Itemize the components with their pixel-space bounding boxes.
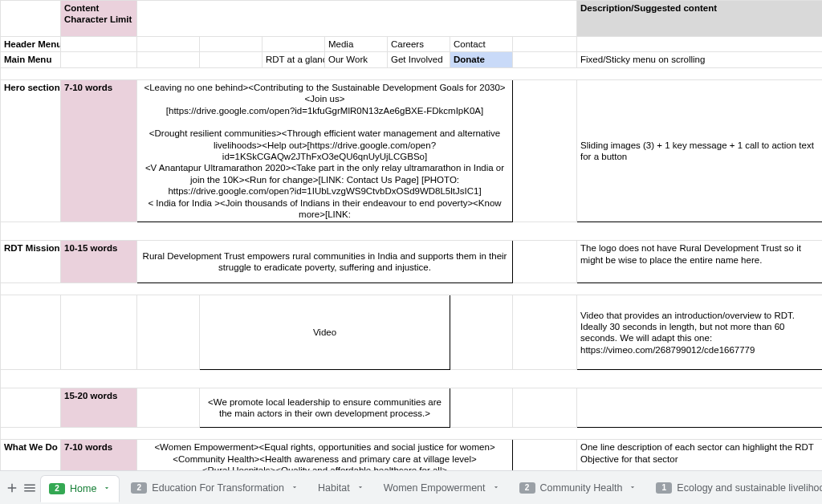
- leadership-limit[interactable]: 15-20 words: [61, 388, 137, 428]
- row-mission-label[interactable]: RDT Mission: [1, 241, 61, 283]
- chevron-down-icon: [629, 482, 637, 494]
- tab-badge: 2: [519, 482, 535, 494]
- main-menu-desc[interactable]: Fixed/Sticky menu on scrolling: [577, 52, 822, 67]
- tab-label: Habitat: [318, 482, 350, 494]
- video-cell[interactable]: Video: [200, 295, 450, 370]
- sheet-grid[interactable]: Content Character Limit Description/Sugg…: [0, 0, 822, 470]
- sheet-tab-women-empowerment[interactable]: Women Empowerment: [376, 475, 508, 501]
- chevron-down-icon: [356, 482, 364, 494]
- tab-badge: 2: [49, 483, 65, 494]
- sheet-tab-habitat[interactable]: Habitat: [310, 475, 372, 501]
- tab-badge: 2: [131, 482, 147, 494]
- header-menu-contact[interactable]: Contact: [450, 37, 513, 52]
- tab-label: Women Empowerment: [384, 482, 486, 494]
- all-sheets-button[interactable]: [22, 477, 37, 499]
- sheet-tab-education[interactable]: 2 Education For Transformation: [123, 475, 307, 501]
- leadership-content[interactable]: <We promote local leadership to ensure c…: [200, 388, 450, 428]
- hero-limit[interactable]: 7-10 words: [61, 79, 137, 222]
- whatwedo-limit[interactable]: 7-10 words: [61, 440, 137, 470]
- whatwedo-content[interactable]: <Women Empowerment><Equal rights, opport…: [137, 440, 513, 470]
- mission-limit[interactable]: 10-15 words: [61, 241, 137, 283]
- mission-content[interactable]: Rural Development Trust empowers rural c…: [137, 241, 513, 283]
- chevron-down-icon: [103, 483, 111, 494]
- tab-badge: 1: [656, 482, 672, 494]
- sheet-tab-home[interactable]: 2 Home: [40, 475, 120, 502]
- header-menu-careers[interactable]: Careers: [388, 37, 450, 52]
- video-desc[interactable]: Video that provides an introduction/over…: [577, 295, 822, 370]
- spreadsheet-window: Content Character Limit Description/Sugg…: [0, 0, 822, 504]
- sheet-tab-bar: 2 Home 2 Education For Transformation Ha…: [0, 470, 822, 504]
- tab-label: Home: [70, 483, 96, 494]
- grid-area[interactable]: Content Character Limit Description/Sugg…: [0, 0, 822, 470]
- tab-label: Education For Transformation: [152, 482, 284, 494]
- plus-icon: [5, 481, 19, 495]
- row-hero-label[interactable]: Hero section: [1, 79, 61, 222]
- chevron-down-icon: [291, 482, 299, 494]
- row-main-menu-label[interactable]: Main Menu: [1, 52, 61, 67]
- mission-desc[interactable]: The logo does not have Rural Development…: [577, 241, 822, 283]
- tab-label: Ecology and sustainable livelihoods: [677, 482, 822, 494]
- sheet-tab-ecology[interactable]: 1 Ecology and sustainable livelihoods: [648, 475, 822, 501]
- tab-label: Community Health: [540, 482, 623, 494]
- main-menu-item-donate[interactable]: Donate: [450, 52, 513, 67]
- hero-desc[interactable]: Sliding images (3) + 1 key message + 1 c…: [577, 79, 822, 222]
- menu-icon: [22, 481, 37, 495]
- row-whatwedo-label[interactable]: What We Do: [1, 440, 61, 470]
- whatwedo-desc[interactable]: One line description of each sector can …: [577, 440, 822, 470]
- col-header-content-limit[interactable]: Content Character Limit: [61, 1, 137, 37]
- main-menu-item-getinvolved[interactable]: Get Involved: [388, 52, 450, 67]
- row-header-menu-label[interactable]: Header Menu: [1, 37, 61, 52]
- chevron-down-icon: [492, 482, 500, 494]
- add-sheet-button[interactable]: [5, 477, 19, 499]
- main-menu-item-ourwork[interactable]: Our Work: [325, 52, 388, 67]
- hero-content[interactable]: <Leaving no one behind><Contributing to …: [137, 79, 513, 222]
- col-header-description[interactable]: Description/Suggested content: [577, 1, 822, 37]
- header-menu-media[interactable]: Media: [325, 37, 388, 52]
- sheet-tab-community-health[interactable]: 2 Community Health: [511, 475, 645, 501]
- main-menu-item-rdt[interactable]: RDT at a glance: [262, 52, 325, 67]
